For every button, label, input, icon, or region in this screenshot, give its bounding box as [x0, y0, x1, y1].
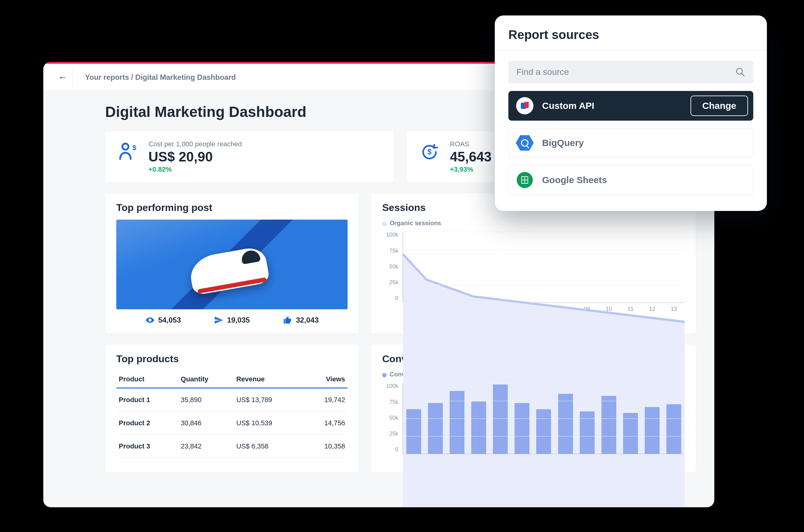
y-tick-label: 50k	[382, 264, 398, 270]
source-label: BigQuery	[542, 138, 746, 148]
breadcrumb-root[interactable]: Your reports	[85, 73, 129, 81]
kpi-value: 45,643	[450, 149, 492, 164]
breadcrumb-sep: /	[129, 73, 135, 81]
back-button[interactable]: ←	[53, 68, 73, 87]
source-item-bigquery[interactable]: BigQuery	[509, 128, 753, 158]
product-revenue-cell: US$ 6,358	[234, 435, 304, 458]
sessions-y-axis: 100k75k50k25k0	[382, 232, 398, 303]
send-icon	[214, 316, 223, 325]
product-revenue-cell: US$ 13,789	[234, 388, 304, 412]
products-col-header[interactable]: Quantity	[178, 371, 234, 388]
breadcrumb-page[interactable]: Digital Marketing Dashboard	[135, 73, 236, 81]
post-likes-value: 32,043	[296, 316, 319, 324]
products-col-header[interactable]: Product	[116, 371, 178, 388]
product-quantity-cell: 35,890	[178, 388, 234, 412]
post-stat-shares: 19,035	[214, 316, 250, 325]
product-quantity-cell: 23,842	[178, 435, 234, 458]
svg-point-0	[122, 144, 129, 150]
product-name-cell: Product 3	[116, 435, 178, 458]
post-stat-views: 54,053	[145, 316, 181, 325]
y-tick-label: 50k	[382, 415, 398, 421]
products-col-header[interactable]: Revenue	[234, 371, 304, 388]
arrow-left-icon: ←	[58, 72, 68, 82]
products-col-header[interactable]: Views	[304, 371, 348, 388]
conversions-y-axis: 100k75k50k25k0	[382, 383, 398, 454]
conversion-bar[interactable]	[515, 403, 530, 454]
source-search[interactable]	[509, 61, 753, 83]
product-views-cell: 14,756	[304, 412, 348, 435]
top-products-title: Top products	[116, 353, 348, 365]
google-sheets-icon	[516, 171, 534, 189]
kpi-delta: +3,93%	[450, 166, 492, 173]
source-search-input[interactable]	[516, 67, 735, 77]
conversion-bar[interactable]	[666, 404, 681, 454]
conversion-bar[interactable]	[493, 384, 508, 454]
y-tick-label: 0	[382, 446, 398, 453]
conversion-bar[interactable]	[623, 413, 638, 454]
table-row[interactable]: Product 230,846US$ 10,53914,756	[116, 412, 348, 435]
products-table-head: ProductQuantityRevenueViews	[116, 371, 348, 388]
product-name-cell: Product 1	[116, 388, 178, 412]
svg-rect-6	[524, 102, 529, 108]
conversion-bar[interactable]	[471, 401, 486, 454]
source-item-custom-api[interactable]: Custom API Change	[509, 91, 753, 121]
conversion-bar[interactable]	[558, 394, 573, 454]
conversions-chart: 100k75k50k25k0	[382, 383, 685, 454]
post-shares-value: 19,035	[227, 316, 250, 324]
top-post-image[interactable]	[116, 220, 348, 309]
products-table-body: Product 135,890US$ 13,78919,742Product 2…	[116, 388, 348, 458]
post-stat-likes: 32,043	[283, 316, 319, 325]
conversion-bar[interactable]	[406, 409, 421, 454]
y-tick-label: 25k	[382, 279, 398, 286]
y-tick-label: 100k	[382, 232, 398, 238]
sessions-area-icon	[403, 232, 685, 507]
product-views-cell: 10,358	[304, 435, 348, 458]
kpi-cost-per-mille: $ Cost per 1,000 people reached US$ 20,9…	[105, 131, 394, 182]
top-post-card: Top performing post 54,053 19,035 32,043	[105, 193, 359, 334]
conversion-bar[interactable]	[428, 403, 443, 454]
source-label: Google Sheets	[542, 175, 746, 185]
source-item-google-sheets[interactable]: Google Sheets	[509, 165, 753, 195]
conversion-bar[interactable]	[601, 396, 616, 454]
top-products-card: Top products ProductQuantityRevenueViews…	[105, 345, 359, 472]
conversion-bar[interactable]	[536, 409, 551, 454]
conversions-plot	[403, 383, 685, 454]
divider	[495, 51, 767, 51]
conversion-bar[interactable]	[580, 411, 595, 454]
thumbs-up-icon	[283, 316, 292, 325]
svg-text:$: $	[132, 144, 136, 152]
conversion-bar[interactable]	[645, 407, 659, 454]
refresh-dollar-icon: $	[418, 140, 441, 164]
sessions-card: Sessions Organic sessions 100k75k50k25k0…	[371, 193, 696, 334]
report-sources-title: Report sources	[509, 28, 753, 42]
search-icon	[735, 67, 745, 77]
product-views-cell: 19,742	[304, 388, 348, 412]
product-quantity-cell: 30,846	[178, 412, 234, 435]
product-name-cell: Product 2	[116, 412, 178, 435]
post-views-value: 54,053	[158, 316, 181, 324]
products-table: ProductQuantityRevenueViews Product 135,…	[116, 371, 348, 458]
person-dollar-icon: $	[116, 140, 140, 164]
eye-icon	[145, 316, 155, 325]
y-tick-label: 100k	[382, 383, 398, 390]
conversion-bar[interactable]	[449, 391, 464, 454]
table-row[interactable]: Product 323,842US$ 6,35810,358	[116, 435, 348, 458]
svg-point-3	[149, 320, 151, 321]
kpi-label: ROAS	[450, 140, 492, 148]
y-tick-label: 25k	[382, 431, 398, 437]
change-source-button[interactable]: Change	[690, 96, 748, 116]
top-post-title: Top performing post	[116, 202, 348, 213]
breadcrumb[interactable]: Your reports / Digital Marketing Dashboa…	[85, 73, 236, 82]
legend-dot-icon	[382, 222, 386, 226]
table-row[interactable]: Product 135,890US$ 13,78919,742	[116, 388, 348, 412]
report-sources-panel: Report sources Custom API Change BigQuer…	[495, 16, 767, 211]
y-tick-label: 75k	[382, 248, 398, 254]
svg-text:$: $	[428, 148, 432, 156]
y-tick-label: 75k	[382, 399, 398, 405]
kpi-label: Cost per 1,000 people reached	[149, 140, 242, 148]
sessions-chart: 100k75k50k25k0	[382, 232, 685, 303]
kpi-delta: +0.82%	[149, 166, 242, 173]
post-sessions-row: Top performing post 54,053 19,035 32,043	[105, 193, 696, 334]
source-label: Custom API	[542, 100, 683, 111]
product-revenue-cell: US$ 10,539	[234, 412, 304, 435]
